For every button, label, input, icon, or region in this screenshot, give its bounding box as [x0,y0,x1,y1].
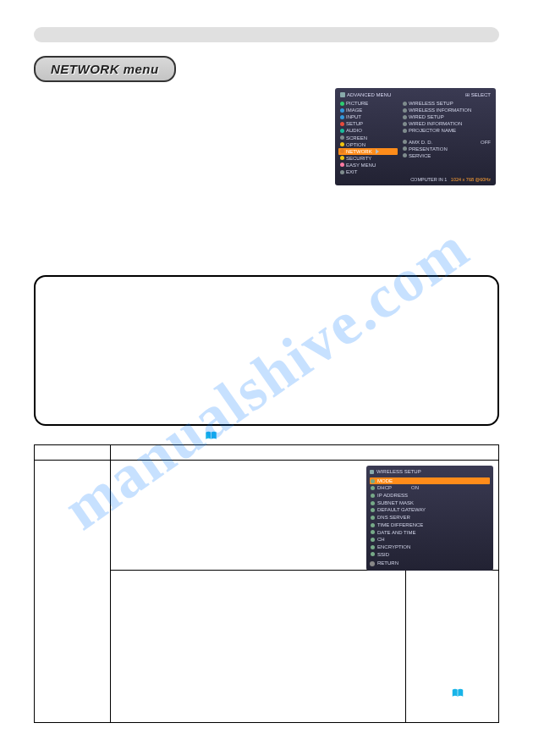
wireless-setup-row-label: ENCRYPTION [377,544,410,551]
adv-menu-item-label: SCREEN [346,135,367,141]
advanced-menu-footer: COMPUTER IN 1 1024 x 768 @60Hz [338,175,492,183]
adv-menu-item-label: OPTION [346,141,365,148]
table-cell-desc: WIRELESS SETUP MODEDHCPONIP ADDRESSSUBNE… [111,461,499,571]
wireless-setup-row: DHCPON [370,484,490,492]
adv-menu-subitem-label: WIRED SETUP [409,113,444,120]
section-heading: NETWORK menu [34,56,176,82]
adv-menu-subitem-label: WIRED INFORMATION [409,120,462,127]
bullet-icon [340,170,344,174]
wireless-setup-row: DNS SERVER [370,514,490,521]
book-icon [205,431,217,441]
wireless-setup-row-label: SSID [377,551,389,559]
advanced-menu-select-label: SELECT [471,92,491,97]
wireless-setup-return-label: RETURN [377,560,398,567]
table-row: WIRELESS SETUP MODEDHCPONIP ADDRESSSUBNE… [35,461,499,571]
bullet-icon [340,142,344,146]
wireless-setup-row: CH [370,536,490,544]
wireless-setup-return: RETURN [370,560,490,567]
bullet-icon [403,129,407,133]
adv-menu-item: PICTURE [338,100,398,107]
bullet-icon [371,479,375,483]
header-bar [34,27,499,42]
page: NETWORK menu ADVANCED MENU ⊞ SELECT PICT… [0,0,533,756]
wireless-setup-row: DATE AND TIME [370,529,490,537]
bullet-icon [371,508,375,512]
bullet-icon [403,140,407,144]
wireless-setup-row-label: MODE [377,477,393,485]
adv-menu-item: EASY MENU [338,162,398,168]
bullet-icon [403,108,407,113]
table-cell-detail [406,571,499,723]
bullet-icon [371,501,375,505]
wireless-setup-row: MODE [370,477,490,485]
adv-menu-item-label: NETWORK [346,148,372,155]
adv-menu-item: NETWORK [338,148,398,155]
bullet-icon [403,122,407,126]
adv-menu-item: SCREEN [338,135,398,141]
bullet-icon [403,102,407,106]
adv-menu-item-label: IMAGE [346,107,362,113]
wireless-setup-row: IP ADDRESS [370,492,490,499]
adv-menu-item-label: EASY MENU [346,162,376,168]
adv-menu-subitem: WIRELESS INFORMATION [401,107,492,113]
wireless-setup-row-label: SUBNET MASK [377,499,414,507]
bullet-icon [371,552,375,556]
advanced-menu-titlebar: ADVANCED MENU ⊞ SELECT [338,91,492,100]
adv-menu-item-label: PICTURE [346,100,368,107]
adv-menu-subitem: WIRED INFORMATION [401,120,492,127]
adv-menu-subitem: PRESENTATION [401,146,492,152]
adv-menu-subitem: SERVICE [401,152,492,159]
adv-menu-item: AUDIO [338,127,398,134]
adv-menu-subitem-label: WIRELESS SETUP [409,100,453,107]
bullet-icon [371,545,375,549]
bullet-icon [371,530,375,534]
wireless-setup-row: ENCRYPTION [370,544,490,551]
bullet-icon [371,516,375,520]
adv-menu-subitem: AMX D. D.OFF [401,139,492,146]
advanced-menu-resolution: 1024 x 768 @60Hz [451,177,491,182]
bullet-icon [340,102,344,106]
adv-menu-item-label: SETUP [346,120,363,127]
adv-menu-item: INPUT [338,113,398,120]
bullet-icon [371,523,375,527]
bullet-icon [371,486,375,490]
book-icon [452,688,464,698]
bullet-icon [371,538,375,542]
wireless-setup-row: DEFAULT GATEWAY [370,506,490,514]
adv-menu-item: IMAGE [338,107,398,113]
table-header-row [35,445,499,461]
wireless-setup-title-text: WIRELESS SETUP [376,468,421,476]
table-cell-sub [111,571,406,723]
adv-menu-subitem: WIRELESS SETUP [401,100,492,107]
bullet-icon [403,146,407,151]
bullet-icon [340,135,344,140]
adv-menu-subitem-label: WIRELESS INFORMATION [409,107,471,113]
adv-menu-item-label: INPUT [346,113,361,120]
bullet-icon [403,153,407,157]
advanced-menu-title: ADVANCED MENU [347,92,391,97]
wireless-setup-row: SSID [370,551,490,559]
wireless-setup-row-label: DATE AND TIME [377,529,415,537]
adv-menu-subitem: WIRED SETUP [401,113,492,120]
adv-menu-item: SETUP [338,120,398,127]
reference-row [36,431,497,441]
wireless-setup-row-label: DNS SERVER [377,514,410,521]
bullet-icon [340,163,344,167]
adv-menu-subitem-label: AMX D. D. [409,139,432,146]
adv-menu-subitem-value: OFF [481,139,491,146]
bullet-icon [340,108,344,113]
caret-icon [376,149,379,154]
adv-menu-item-label: SECURITY [346,155,371,162]
adv-menu-subitem-label: PROJECTOR NAME [409,127,456,134]
wireless-setup-row-value: ON [411,484,419,492]
bullet-icon [340,122,344,126]
wireless-setup-row: SUBNET MASK [370,499,490,507]
bullet-icon [340,129,344,133]
advanced-menu-input: COMPUTER IN 1 [410,177,447,182]
caution-box [34,275,499,426]
table-cell-item [35,461,111,723]
advanced-menu-figure: ADVANCED MENU ⊞ SELECT PICTUREIMAGEINPUT… [335,88,496,185]
bullet-icon [340,149,344,153]
wireless-setup-title: WIRELESS SETUP [370,468,490,477]
bullet-icon [403,115,407,119]
